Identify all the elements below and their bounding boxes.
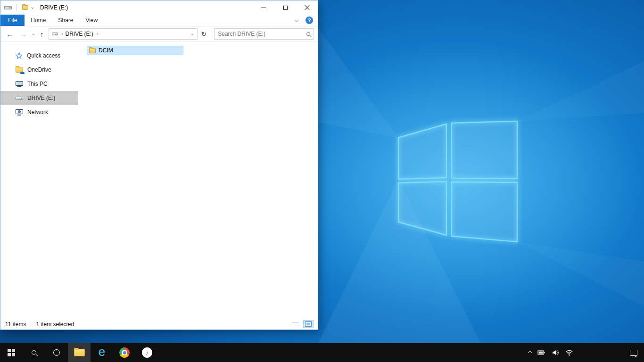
- action-center-button[interactable]: [630, 343, 637, 362]
- sidebar-item-this-pc[interactable]: This PC: [0, 77, 78, 91]
- tab-file[interactable]: File: [0, 15, 25, 26]
- details-view-icon: [292, 322, 298, 327]
- taskbar-file-explorer-button[interactable]: [68, 343, 91, 362]
- cortana-button[interactable]: [45, 343, 68, 362]
- wifi-icon: [565, 349, 573, 356]
- cortana-icon: [53, 349, 60, 356]
- battery-button[interactable]: [537, 349, 545, 356]
- volume-button[interactable]: [552, 349, 559, 356]
- breadcrumb-chevron-icon[interactable]: [60, 33, 63, 35]
- details-view-button[interactable]: [291, 321, 300, 328]
- search-input[interactable]: [218, 31, 306, 37]
- tab-share[interactable]: Share: [52, 15, 79, 26]
- titlebar-separator: [16, 4, 17, 11]
- file-explorer-window: DRIVE (E:) File Home Share View ? ← → ↑ …: [0, 0, 318, 330]
- onedrive-folder-icon: [16, 67, 23, 73]
- speaker-icon: [552, 349, 559, 356]
- chrome-button[interactable]: [113, 343, 136, 362]
- internet-explorer-icon: e: [99, 346, 105, 358]
- chevron-down-icon: [191, 33, 194, 35]
- maximize-icon: [283, 6, 288, 10]
- tab-view[interactable]: View: [79, 15, 104, 26]
- search-icon: [32, 350, 36, 355]
- status-bar: 11 items 1 item selected: [0, 319, 318, 329]
- help-button[interactable]: ?: [305, 16, 313, 24]
- back-button[interactable]: ←: [4, 30, 15, 39]
- window-title: DRIVE (E:): [40, 4, 68, 11]
- folder-icon: [89, 48, 96, 53]
- drive-icon: [52, 33, 58, 35]
- sidebar-item-onedrive[interactable]: OneDrive: [0, 63, 78, 77]
- statusbar-separator: [31, 321, 31, 327]
- network-button[interactable]: [565, 349, 573, 356]
- minimize-button[interactable]: [253, 0, 274, 15]
- ribbon-tab-strip: File Home Share View ?: [0, 15, 318, 26]
- title-bar[interactable]: DRIVE (E:): [0, 0, 318, 15]
- battery-icon: [537, 349, 545, 356]
- window-drive-icon: [4, 6, 12, 9]
- navigation-bar: ← → ↑ DRIVE (E:) ↻: [0, 26, 318, 42]
- close-button[interactable]: [296, 0, 318, 15]
- sidebar-item-quick-access[interactable]: Quick access: [0, 49, 78, 63]
- pc-icon: [16, 81, 23, 87]
- navigation-pane: Quick access OneDrive This PC DRIVE (E:)…: [0, 42, 78, 319]
- file-item-dcim[interactable]: DCIM: [87, 46, 183, 55]
- refresh-button[interactable]: ↻: [200, 30, 208, 38]
- explorer-body: Quick access OneDrive This PC DRIVE (E:)…: [0, 42, 318, 319]
- file-explorer-icon: [74, 349, 85, 356]
- maximize-button[interactable]: [274, 0, 296, 15]
- itunes-button[interactable]: ♪: [136, 343, 158, 362]
- sidebar-item-label: OneDrive: [27, 66, 51, 73]
- start-button[interactable]: [0, 343, 23, 362]
- sidebar-item-label: Network: [27, 109, 48, 115]
- sidebar-item-label: Quick access: [27, 52, 60, 59]
- address-bar[interactable]: DRIVE (E:): [49, 28, 198, 40]
- tab-home[interactable]: Home: [25, 15, 52, 26]
- taskbar: e ♪: [0, 343, 644, 362]
- close-icon: [304, 5, 310, 10]
- chrome-icon: [119, 347, 130, 358]
- sidebar-item-label: This PC: [27, 81, 48, 87]
- quick-access-toolbar-customize-button[interactable]: [30, 7, 35, 8]
- breadcrumb[interactable]: DRIVE (E:): [66, 31, 93, 37]
- sidebar-item-drive-e[interactable]: DRIVE (E:): [0, 91, 78, 105]
- star-icon: [16, 52, 23, 59]
- chevron-up-icon: [528, 351, 532, 354]
- chevron-down-icon: [32, 33, 35, 35]
- recent-locations-button[interactable]: [32, 32, 35, 36]
- up-button[interactable]: ↑: [38, 30, 46, 39]
- chevron-down-icon: [295, 18, 298, 22]
- sidebar-item-network[interactable]: Network: [0, 105, 78, 119]
- action-center-icon: [630, 350, 637, 356]
- large-icons-view-icon: [305, 321, 312, 327]
- chevron-down-icon: [31, 6, 34, 9]
- windows-logo-icon: [8, 349, 15, 356]
- system-tray: [528, 343, 573, 362]
- network-icon: [16, 109, 23, 115]
- search-box: [214, 28, 314, 40]
- drive-icon: [16, 97, 23, 100]
- tray-overflow-button[interactable]: [528, 351, 531, 354]
- item-count: 11 items: [5, 321, 26, 328]
- sidebar-item-label: DRIVE (E:): [27, 95, 55, 101]
- selection-count: 1 item selected: [36, 321, 74, 328]
- quick-access-toolbar-folder-button[interactable]: [21, 5, 30, 10]
- search-icon[interactable]: [306, 32, 310, 36]
- file-list[interactable]: DCIM: [78, 42, 318, 319]
- large-icons-view-button[interactable]: [304, 321, 313, 328]
- folder-icon: [22, 5, 28, 10]
- forward-button[interactable]: →: [18, 30, 29, 39]
- taskbar-search-button[interactable]: [23, 343, 45, 362]
- address-dropdown-button[interactable]: [190, 32, 194, 36]
- expand-ribbon-button[interactable]: [294, 18, 299, 23]
- itunes-icon: ♪: [142, 347, 152, 358]
- breadcrumb-chevron-icon[interactable]: [96, 33, 99, 35]
- internet-explorer-button[interactable]: e: [91, 343, 113, 362]
- minimize-icon: [261, 8, 266, 8]
- file-item-label: DCIM: [99, 47, 113, 54]
